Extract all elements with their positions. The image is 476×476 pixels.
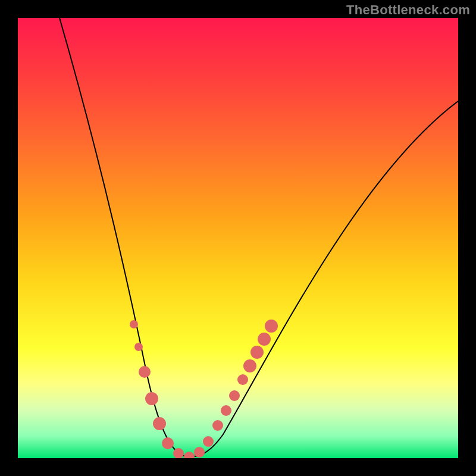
marker [162, 437, 174, 449]
marker [153, 417, 166, 430]
marker [130, 320, 138, 328]
marker-group [130, 320, 278, 458]
marker [194, 447, 205, 458]
marker [243, 359, 256, 372]
marker [237, 374, 248, 385]
marker [139, 366, 151, 378]
watermark-text: TheBottleneck.com [346, 2, 470, 18]
marker [258, 333, 271, 346]
marker [250, 346, 264, 359]
plot-area [18, 18, 458, 458]
marker [229, 390, 240, 401]
curve-svg [18, 18, 458, 458]
marker [265, 320, 278, 333]
bottleneck-curve [60, 18, 458, 456]
marker [134, 343, 143, 351]
marker [203, 436, 214, 447]
marker [212, 420, 223, 431]
chart-frame: TheBottleneck.com [0, 0, 476, 476]
marker [221, 405, 231, 416]
marker [184, 452, 195, 458]
marker [145, 392, 158, 405]
